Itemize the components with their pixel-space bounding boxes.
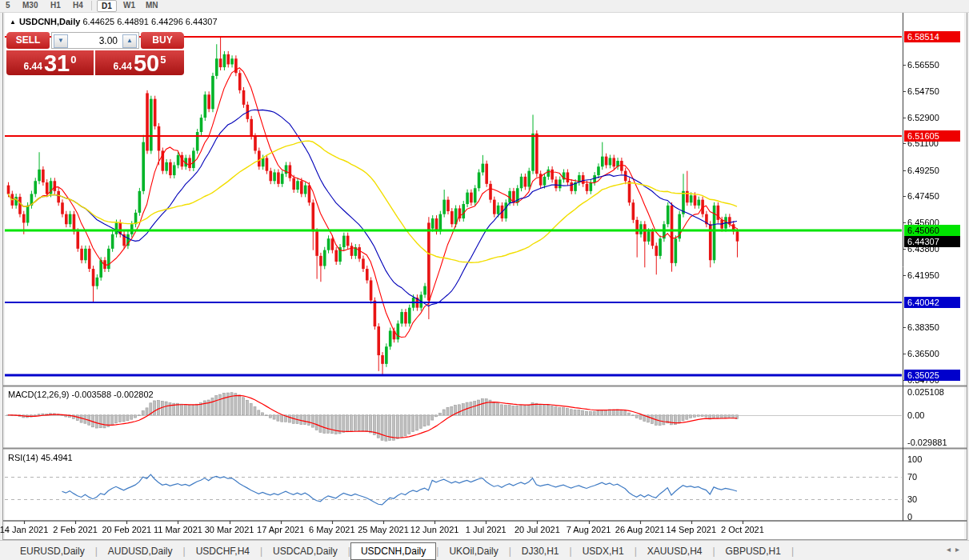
volume-value[interactable]: 3.00 bbox=[68, 33, 122, 50]
date-axis-label: 2 Oct 2021 bbox=[721, 525, 764, 534]
buy-price-display[interactable]: 6.44 50 5 bbox=[95, 50, 184, 75]
price-axis-tick: 6.41950 bbox=[907, 270, 939, 280]
rsi-axis-tick: 70 bbox=[907, 472, 917, 482]
timeframe-button-d1[interactable]: D1 bbox=[97, 0, 117, 12]
rsi-axis-tick: 30 bbox=[907, 494, 917, 504]
sell-price-display[interactable]: 6.44 31 0 bbox=[6, 50, 94, 75]
price-axis-tick: 6.54750 bbox=[907, 86, 939, 96]
chart-tab-ukoil[interactable]: UKOil,Daily bbox=[438, 543, 508, 559]
rsi-axis-tick: 100 bbox=[907, 454, 922, 464]
price-level-tag: 6.51605 bbox=[904, 130, 960, 142]
tabs-scroll-right-icon[interactable]: ▸ bbox=[955, 545, 964, 554]
timeframe-button-m30[interactable]: M30 bbox=[18, 0, 42, 10]
sell-button[interactable]: SELL bbox=[6, 32, 50, 49]
sell-price-prefix: 6.44 bbox=[24, 61, 42, 72]
sell-price-big: 31 bbox=[44, 52, 70, 75]
sell-price-sup: 0 bbox=[70, 54, 76, 66]
current-price-tag: 6.44307 bbox=[904, 236, 960, 247]
chart-symbol-label: USDCNH,Daily bbox=[19, 17, 80, 26]
date-axis-label: 2 Feb 2021 bbox=[53, 525, 98, 534]
tabs-scroll-left-icon[interactable]: ◂ bbox=[947, 545, 955, 554]
date-axis-label: 17 Apr 2021 bbox=[257, 525, 304, 534]
price-level-tag: 6.40042 bbox=[904, 297, 960, 308]
timeframe-button-h4[interactable]: H4 bbox=[69, 0, 87, 10]
timeframe-button-5[interactable]: 5 bbox=[2, 0, 14, 10]
chart-title: ▲USDCNH,Daily 6.44625 6.44891 6.44296 6.… bbox=[10, 17, 218, 26]
date-axis-label: 30 Mar 2021 bbox=[205, 525, 254, 534]
chart-tab-usdcnh[interactable]: USDCNH,Daily bbox=[350, 542, 436, 560]
one-click-trade-panel: SELL ▼ 3.00 ▲ BUY 6.44 31 0 6.44 50 5 bbox=[6, 32, 184, 75]
macd-indicator-label: MACD(12,26,9) -0.003588 -0.002802 bbox=[8, 390, 154, 399]
date-axis-label: 12 Jun 2021 bbox=[410, 525, 459, 534]
chart-tab-audusd[interactable]: AUDUSD,Daily bbox=[98, 543, 183, 559]
chart-tab-usdchf[interactable]: USDCHF,H4 bbox=[186, 543, 260, 559]
buy-button[interactable]: BUY bbox=[141, 32, 184, 49]
timeframe-button-w1[interactable]: W1 bbox=[119, 0, 139, 10]
macd-axis-tick: 0.025108 bbox=[907, 387, 944, 397]
chart-tab-usdx[interactable]: USDX,H1 bbox=[572, 543, 635, 559]
chart-tab-dj30[interactable]: DJ30,H1 bbox=[511, 543, 570, 559]
volume-spinner[interactable]: ▼ 3.00 ▲ bbox=[51, 32, 139, 49]
price-level-tag: 6.35025 bbox=[904, 370, 960, 381]
timeframe-button-h1[interactable]: H1 bbox=[46, 0, 65, 10]
chart-tab-bar: EURUSD,Daily|AUDUSD,Daily|USDCHF,H4|USDC… bbox=[0, 540, 969, 560]
chart-tab-gbpusd[interactable]: GBPUSD,H1 bbox=[715, 543, 791, 559]
rsi-indicator-label: RSI(14) 45.4941 bbox=[8, 453, 73, 462]
price-axis-tick: 6.36500 bbox=[907, 349, 939, 358]
date-axis-label: 20 Feb 2021 bbox=[102, 525, 151, 534]
price-axis-tick: 6.38350 bbox=[907, 322, 939, 332]
tab-separator: | bbox=[791, 546, 794, 557]
rsi-axis-tick: 0 bbox=[907, 512, 912, 522]
date-axis-label: 20 Jul 2021 bbox=[515, 525, 560, 534]
symbol-arrow-icon: ▲ bbox=[10, 18, 16, 26]
price-axis-tick: 6.47450 bbox=[907, 191, 939, 201]
volume-up-button[interactable]: ▲ bbox=[122, 34, 137, 48]
chart-ohlc-values: 6.44625 6.44891 6.44296 6.44307 bbox=[82, 17, 217, 26]
price-axis-tick: 6.52900 bbox=[907, 113, 939, 122]
date-axis-label: 6 May 2021 bbox=[309, 525, 354, 534]
chart-tab-usdcad[interactable]: USDCAD,Daily bbox=[262, 543, 348, 559]
price-chart-canvas[interactable] bbox=[0, 0, 969, 560]
date-axis-label: 14 Sep 2021 bbox=[667, 525, 716, 534]
date-axis-label: 25 May 2021 bbox=[358, 525, 409, 534]
timeframe-button-mn[interactable]: MN bbox=[142, 0, 162, 10]
buy-price-prefix: 6.44 bbox=[114, 61, 132, 72]
triangle-up-icon: ▲ bbox=[126, 37, 133, 44]
date-axis-label: 11 Mar 2021 bbox=[154, 525, 202, 534]
macd-axis-tick: -0.029881 bbox=[907, 438, 947, 447]
date-axis-label: 14 Jan 2021 bbox=[0, 525, 48, 534]
chart-tab-xauusd[interactable]: XAUUSD,H4 bbox=[637, 543, 713, 559]
price-level-tag: 6.58514 bbox=[904, 31, 960, 42]
tab-scroll-arrows[interactable]: ◂▸ bbox=[947, 545, 964, 554]
buy-price-sup: 5 bbox=[160, 54, 166, 66]
macd-axis-tick: 0.00 bbox=[907, 410, 924, 420]
volume-down-button[interactable]: ▼ bbox=[54, 34, 68, 48]
date-axis-label: 7 Aug 2021 bbox=[567, 525, 611, 534]
buy-price-big: 50 bbox=[134, 52, 159, 75]
date-axis-label: 26 Aug 2021 bbox=[615, 525, 665, 534]
toolbar-separator bbox=[91, 1, 92, 10]
price-level-tag: 6.45060 bbox=[904, 225, 960, 236]
timeframe-toolbar: 5M30H1H4D1W1MN bbox=[0, 0, 969, 13]
price-axis-tick: 6.49250 bbox=[907, 166, 939, 175]
price-axis-tick: 6.56550 bbox=[907, 60, 939, 70]
chart-tab-eurusd[interactable]: EURUSD,Daily bbox=[10, 543, 95, 559]
date-axis-label: 1 Jul 2021 bbox=[466, 525, 507, 534]
triangle-down-icon: ▼ bbox=[58, 37, 64, 44]
